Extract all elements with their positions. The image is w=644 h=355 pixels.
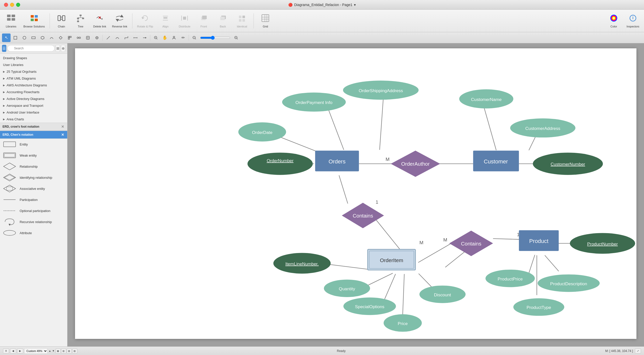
zoom-stepper-down[interactable]: ▼ (52, 349, 55, 352)
shape-item-associative-entity[interactable]: Associative entity (0, 183, 67, 194)
align-button[interactable]: Align (156, 11, 174, 31)
rel-orderauthor-label: OrderAuthor (401, 161, 430, 167)
shape-item-participation[interactable]: Participation (0, 194, 67, 205)
tree-button[interactable]: Tree (71, 11, 90, 31)
zoom-stepper-up[interactable]: ▲ (49, 349, 51, 352)
sidebar-item-accounting[interactable]: ▶ Accounting Flowcharts (0, 89, 67, 95)
browse-solutions-button[interactable]: Browse Solutions (21, 11, 47, 31)
grid-button[interactable]: Grid (256, 11, 274, 31)
attr-ordernumber[interactable] (247, 153, 313, 175)
erd-chen-section[interactable]: ERD, Chen's notation ✕ (0, 131, 67, 139)
shape-label: Recursive relationship (20, 220, 52, 224)
shape-item-optional-participation[interactable]: Optional participation (0, 205, 67, 216)
svg-marker-85 (5, 175, 15, 180)
pen-tool[interactable]: ✏ (179, 33, 187, 42)
connector-tool[interactable] (122, 33, 131, 42)
libraries-button[interactable]: Libraries (2, 11, 20, 31)
reverse-link-icon (115, 14, 124, 24)
shape-item-weak-entity[interactable]: Weak entity (0, 150, 67, 161)
erd-chen-close-button[interactable]: ✕ (60, 132, 65, 137)
shape-tool-6[interactable] (84, 33, 92, 42)
sidebar-item-orgcharts[interactable]: ▶ 25 Typical Orgcharts (0, 68, 67, 75)
attr-specialoptions-label: SpecialOptions (355, 304, 384, 309)
shape-item-entity[interactable]: Entity (0, 139, 67, 150)
next-page-button[interactable]: ▶ (17, 348, 23, 353)
svg-rect-16 (77, 18, 79, 19)
page-view-4[interactable]: ▨ (72, 348, 77, 353)
rotate-flip-button[interactable]: Rotate & Flip (135, 11, 156, 31)
svg-line-106 (375, 218, 402, 251)
svg-line-118 (366, 273, 393, 286)
shape-item-relationship[interactable]: Relationship (0, 161, 67, 172)
color-button[interactable]: Color (605, 11, 623, 31)
shape-tool-1[interactable] (38, 33, 47, 42)
line-tool[interactable] (104, 33, 113, 42)
arrow-tool-2[interactable] (140, 33, 149, 42)
identical-button[interactable]: Identical (233, 11, 251, 31)
shape-item-attribute[interactable]: Attribute (0, 227, 67, 238)
zoom-slider[interactable] (200, 36, 230, 40)
curve-tool[interactable] (113, 33, 122, 42)
shape-item-identifying-relationship[interactable]: Identifying relationship (0, 172, 67, 183)
svg-text:i: i (632, 16, 633, 20)
grid-view-btn[interactable]: ⊞ (56, 45, 60, 52)
toolbar-separator-1 (50, 13, 50, 28)
shape-tool-4[interactable] (65, 33, 74, 42)
sidebar-item-atm-uml[interactable]: ▶ ATM UML Diagrams (0, 75, 67, 82)
shape-tool-7[interactable] (93, 33, 101, 42)
fullscreen-button[interactable]: ⤢ (635, 348, 641, 353)
zoom-select[interactable]: Custom 49% 25% 50% 75% 100% 150% 200% (24, 348, 48, 354)
svg-rect-17 (82, 18, 84, 19)
erd-crow-section[interactable]: ERD, crow's foot notation ✕ (0, 123, 67, 131)
rect-tool[interactable] (11, 33, 20, 42)
sidebar-item-aws[interactable]: ▶ AWS Architecture Diagrams (0, 82, 67, 89)
pause-button[interactable]: ⏸ (3, 348, 9, 353)
back-button[interactable]: Back (214, 11, 232, 31)
zoom-in-button[interactable] (232, 33, 240, 42)
delete-link-button[interactable]: Delete link (91, 11, 109, 31)
shape-tool-2[interactable] (47, 33, 56, 42)
shape-tool-3[interactable] (56, 33, 65, 42)
sidebar-item-aerospace[interactable]: ▶ Aerospace and Transport (0, 102, 67, 109)
sidebar-item-user-libraries[interactable]: User Libraries (0, 61, 67, 68)
color-icon (609, 14, 618, 24)
arrow-tool-1[interactable] (131, 33, 140, 42)
sidebar-item-drawing-shapes[interactable]: Drawing Shapes (0, 55, 67, 61)
erd-crow-close-button[interactable]: ✕ (60, 124, 65, 129)
delete-link-icon (95, 14, 104, 24)
sidebar-item-area-charts[interactable]: ▶ Area Charts (0, 116, 67, 123)
select-tool[interactable]: ↖ (2, 33, 11, 42)
minimize-button[interactable] (10, 3, 14, 7)
prev-page-button[interactable]: ◀ (10, 348, 16, 353)
recursive-rel-preview (3, 218, 16, 226)
participation-preview (3, 196, 16, 204)
ellipse-tool[interactable] (20, 33, 29, 42)
chain-button[interactable]: Chain (52, 11, 70, 31)
zoom-in-tool[interactable] (152, 33, 160, 42)
page-view-1[interactable]: ▦ (56, 348, 61, 353)
search-input[interactable] (7, 45, 55, 52)
pan-tool[interactable]: ✋ (161, 33, 169, 42)
distribute-button[interactable]: Distribute (175, 11, 194, 31)
sidebar-item-active-directory[interactable]: ▶ Active Directory Diagrams (0, 95, 67, 102)
close-button[interactable] (4, 3, 8, 7)
attr-orderpayment-label: OrderPayment Info (296, 100, 333, 105)
reverse-link-button[interactable]: Reverse link (110, 11, 130, 31)
canvas-area[interactable]: M 1 1 M M (67, 43, 644, 346)
inspectors-button[interactable]: i Inspectors (624, 11, 642, 31)
front-button[interactable]: Front (195, 11, 213, 31)
sidebar-item-android[interactable]: ▶ Android User Interface (0, 109, 67, 116)
shape-item-recursive-relationship[interactable]: Recursive relationship (0, 216, 67, 227)
page-view-2[interactable]: ▥ (61, 348, 66, 353)
rotate-flip-icon (140, 14, 150, 24)
text-tool[interactable] (29, 33, 38, 42)
diagram-canvas[interactable]: M 1 1 M M (75, 48, 636, 339)
attr-quantity-label: Quantity (339, 286, 355, 291)
user-tool[interactable] (170, 33, 178, 42)
filter-btn[interactable]: ⊕ (61, 45, 65, 52)
shape-tool-5[interactable] (75, 33, 83, 42)
zoom-out-button[interactable] (190, 33, 199, 42)
page-view-3[interactable]: ▧ (67, 348, 72, 353)
maximize-button[interactable] (16, 3, 20, 7)
list-view-btn[interactable]: ☰ (2, 45, 6, 52)
